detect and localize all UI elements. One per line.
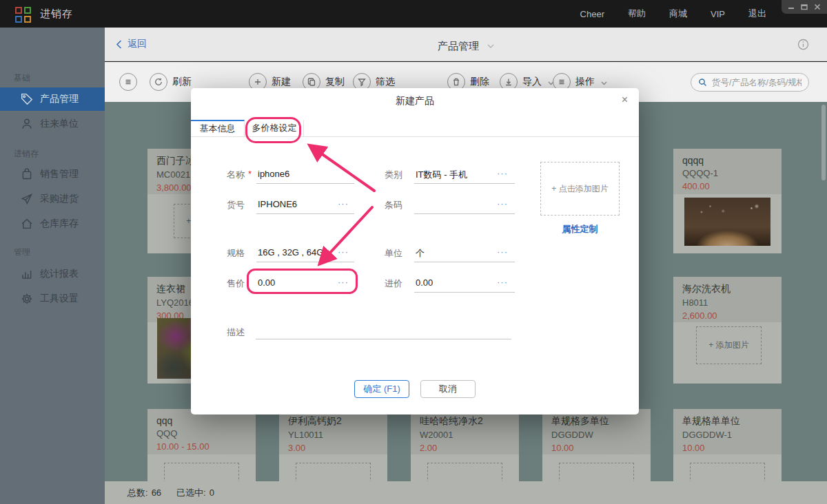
- product-code: H8011: [682, 297, 773, 308]
- product-title: qqqq: [682, 155, 773, 166]
- add-image-placeholder[interactable]: + 添加图片: [696, 326, 762, 364]
- product-code: DGGDDW: [551, 430, 642, 440]
- barcode-more-button[interactable]: ···: [497, 198, 508, 209]
- sidebar-item-product-management[interactable]: 产品管理: [0, 87, 105, 111]
- tab-basic-info[interactable]: 基本信息: [191, 120, 245, 136]
- titlebar: 进销存 Cheer 帮助 商城 VIP 退出: [0, 0, 827, 28]
- field-label-unit: 单位: [385, 247, 402, 260]
- sidebar-item-settings[interactable]: 工具设置: [0, 287, 105, 311]
- upload-image-dropzone[interactable]: + 点击添加图片: [540, 162, 620, 216]
- buy-price-more-button[interactable]: ···: [497, 277, 508, 287]
- tag-icon: [21, 93, 33, 105]
- people-icon: [21, 118, 33, 130]
- menu-item-cheer[interactable]: Cheer: [580, 9, 604, 19]
- unit-input[interactable]: 个: [416, 247, 425, 260]
- menu-item-help[interactable]: 帮助: [628, 8, 646, 20]
- dialog-title: 新建产品: [191, 95, 639, 107]
- app-window: 进销存 Cheer 帮助 商城 VIP 退出 基础 产品管理 往来单位: [0, 0, 827, 504]
- minimize-icon[interactable]: [788, 3, 795, 10]
- field-label-barcode: 条码: [385, 199, 402, 211]
- product-card[interactable]: 伊利高钙奶2 YL10011 3.00: [279, 409, 387, 481]
- buy-price-input[interactable]: 0.00: [416, 277, 433, 288]
- close-icon[interactable]: ×: [622, 94, 628, 106]
- product-code: QQQQ-1: [682, 168, 773, 178]
- product-price: 400.00: [682, 181, 773, 191]
- sidebar-item-sales[interactable]: 销售管理: [0, 162, 105, 186]
- sku-more-button[interactable]: ···: [338, 198, 349, 209]
- add-image-placeholder[interactable]: [427, 463, 502, 481]
- menu-circle-icon: [119, 73, 137, 91]
- menu-item-store[interactable]: 商城: [669, 8, 687, 20]
- sidebar-item-label: 销售管理: [40, 168, 79, 180]
- add-image-placeholder[interactable]: [296, 463, 371, 481]
- sidebar-item-purchase[interactable]: 采购进货: [0, 187, 105, 211]
- category-more-button[interactable]: ···: [497, 168, 508, 178]
- menu-item-logout[interactable]: 退出: [748, 8, 766, 20]
- home-icon: [21, 218, 33, 230]
- product-card[interactable]: 海尔洗衣机 H8011 2,600.00 + 添加图片: [673, 277, 782, 384]
- ok-button[interactable]: 确定 (F1): [354, 380, 409, 398]
- search-icon: [698, 78, 707, 87]
- product-card[interactable]: qqq QQQ 10.00 - 15.00: [147, 409, 256, 481]
- spec-more-button[interactable]: ···: [338, 246, 349, 257]
- page-title: 产品管理: [105, 39, 827, 53]
- tab-divider: [191, 136, 639, 137]
- product-card[interactable]: 单规格单单位 DGGDDW-1 10.00: [673, 409, 782, 481]
- sidebar-item-partners[interactable]: 往来单位: [0, 112, 105, 136]
- sidebar-item-reports[interactable]: 统计报表: [0, 262, 105, 286]
- refresh-icon: [150, 73, 167, 91]
- sidebar-item-label: 统计报表: [40, 268, 79, 280]
- sku-input[interactable]: IPHONE6: [258, 199, 297, 209]
- unit-more-button[interactable]: ···: [497, 246, 508, 257]
- bag-icon: [21, 168, 33, 180]
- info-icon[interactable]: [797, 39, 809, 53]
- sell-price-input[interactable]: 0.00: [258, 277, 275, 288]
- tab-multi-price[interactable]: 多价格设定: [245, 120, 304, 136]
- maximize-icon[interactable]: [801, 3, 808, 10]
- refresh-button[interactable]: 刷新: [150, 73, 192, 91]
- product-price: 10.00: [551, 443, 642, 453]
- add-image-placeholder[interactable]: [164, 463, 239, 481]
- sidebar-item-label: 往来单位: [40, 118, 79, 130]
- chart-icon: [21, 268, 33, 280]
- chevron-down-icon: [601, 76, 607, 88]
- app-logo-icon: [15, 6, 33, 24]
- cancel-button[interactable]: 取消: [420, 380, 476, 398]
- name-input[interactable]: iphone6: [258, 169, 289, 179]
- product-code: W20001: [420, 430, 510, 440]
- product-photo: [684, 198, 770, 246]
- product-price: 2.00: [420, 443, 510, 453]
- window-controls: [782, 0, 827, 14]
- add-image-placeholder[interactable]: [559, 463, 634, 481]
- sidebar: 基础 产品管理 往来单位 进销存 销售管理 采购进货: [0, 28, 105, 504]
- view-mode-button[interactable]: [119, 73, 137, 91]
- sell-price-more-button[interactable]: ···: [338, 277, 349, 287]
- add-image-placeholder[interactable]: [690, 463, 765, 481]
- product-card[interactable]: 单规格多单位 DGGDDW 10.00: [542, 409, 651, 481]
- chevron-down-icon[interactable]: [487, 39, 494, 50]
- attribute-custom-link[interactable]: 属性定制: [540, 223, 620, 235]
- sidebar-section-basic: 基础: [14, 72, 30, 84]
- product-price: 10.00: [682, 443, 773, 453]
- close-icon[interactable]: [814, 3, 821, 10]
- product-price: 2,600.00: [682, 311, 773, 321]
- page-header: 返回 产品管理: [105, 28, 827, 61]
- required-asterisk: *: [248, 169, 252, 179]
- menu-item-vip[interactable]: VIP: [711, 9, 725, 19]
- scrollbar-thumb[interactable]: [821, 105, 826, 180]
- sidebar-item-label: 采购进货: [40, 193, 79, 205]
- field-label-description: 描述: [227, 326, 245, 339]
- sidebar-section-manage: 管理: [14, 246, 30, 258]
- product-code: DGGDDW-1: [682, 430, 773, 440]
- spec-input[interactable]: 16G , 32G , 64G: [258, 247, 323, 258]
- search-input[interactable]: [712, 78, 802, 87]
- new-product-dialog: 新建产品 × 基本信息 多价格设定 名称 * iphone6 类别 IT数码 -…: [191, 88, 639, 414]
- product-card[interactable]: 哇哈哈纯净水2 W20001 2.00: [411, 409, 519, 481]
- search-box[interactable]: [691, 73, 809, 92]
- product-card[interactable]: qqqq QQQQ-1 400.00: [673, 149, 782, 253]
- field-label-sell-price: 售价: [227, 277, 245, 290]
- titlebar-menu: Cheer 帮助 商城 VIP 退出: [580, 0, 766, 28]
- category-input[interactable]: IT数码 - 手机: [416, 169, 467, 181]
- sidebar-item-warehouse[interactable]: 仓库库存: [0, 212, 105, 235]
- status-bar: 总数:66 已选中:0: [105, 481, 827, 504]
